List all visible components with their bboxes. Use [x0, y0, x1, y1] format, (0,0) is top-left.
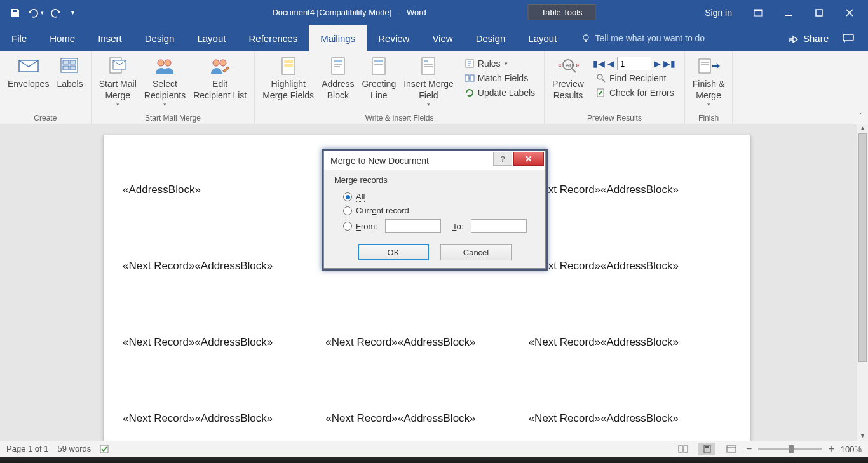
from-input[interactable] [385, 219, 441, 233]
merge-field: «Next Record»«AddressBlock» [123, 336, 325, 349]
envelope-icon [17, 55, 40, 77]
greeting-line-button[interactable]: Greeting Line [358, 54, 400, 102]
tab-mailings[interactable]: Mailings [309, 25, 367, 51]
svg-rect-29 [374, 64, 383, 65]
tab-layout[interactable]: Layout [186, 25, 237, 51]
dialog-help-icon[interactable]: ? [493, 152, 512, 166]
undo-icon[interactable]: ▾ [27, 4, 44, 22]
edit-recipient-list-button[interactable]: Edit Recipient List [189, 54, 250, 102]
print-layout-icon[interactable] [698, 443, 715, 455]
svg-rect-19 [223, 67, 229, 72]
dialog-close-icon[interactable]: ✕ [513, 152, 544, 166]
match-fields-icon [464, 72, 475, 84]
qat-customize-icon[interactable]: ▾ [67, 4, 78, 22]
svg-rect-49 [704, 445, 710, 453]
preview-results-button[interactable]: «ABC» Preview Results [548, 54, 588, 102]
ribbon-display-options-icon[interactable] [743, 4, 773, 22]
tab-design[interactable]: Design [133, 25, 186, 51]
spelling-icon[interactable] [100, 444, 111, 454]
share-button[interactable]: Share [788, 33, 829, 44]
svg-rect-2 [785, 15, 792, 16]
svg-rect-26 [334, 66, 340, 67]
sign-in-link[interactable]: Sign in [705, 8, 732, 18]
address-block-icon [327, 55, 349, 77]
highlight-merge-fields-button[interactable]: Highlight Merge Fields [259, 54, 318, 102]
tell-me-search[interactable]: Tell me what you want to do [568, 25, 705, 51]
svg-rect-31 [424, 60, 428, 62]
save-icon[interactable] [6, 4, 24, 22]
radio-icon[interactable] [343, 222, 352, 231]
tab-review[interactable]: Review [367, 25, 421, 51]
collapse-ribbon-icon[interactable]: ˆ [859, 112, 862, 121]
start-mail-merge-button[interactable]: Start Mail Merge▾ [95, 54, 140, 110]
quick-access-toolbar: ▾ ▾ [0, 4, 78, 22]
svg-rect-46 [100, 445, 108, 453]
search-icon [595, 72, 607, 84]
scrollbar-thumb[interactable] [858, 133, 867, 362]
web-layout-icon[interactable] [722, 443, 740, 455]
find-recipient-button[interactable]: Find Recipient [593, 71, 677, 85]
svg-point-4 [583, 35, 588, 40]
svg-rect-32 [424, 64, 433, 65]
zoom-out-icon[interactable]: − [746, 443, 752, 455]
radio-from-to[interactable]: From: To: [334, 217, 535, 235]
redo-icon[interactable] [47, 4, 65, 22]
status-page[interactable]: Page 1 of 1 [6, 444, 49, 454]
match-fields-button[interactable]: Match Fields [461, 71, 538, 85]
svg-rect-21 [284, 60, 293, 63]
next-record-icon[interactable]: ▶ [654, 58, 661, 69]
ribbon-group-create: Envelopes Labels Create [0, 51, 92, 124]
close-icon[interactable] [835, 4, 864, 22]
insert-merge-field-button[interactable]: Insert Merge Field▾ [400, 54, 458, 110]
svg-rect-47 [679, 446, 682, 452]
minimize-icon[interactable] [774, 4, 803, 22]
first-record-icon[interactable]: ▮◀ [593, 58, 605, 69]
to-input[interactable] [471, 219, 527, 233]
tab-insert[interactable]: Insert [86, 25, 133, 51]
finish-merge-button[interactable]: Finish & Merge▾ [689, 54, 729, 110]
prev-record-icon[interactable]: ◀ [607, 58, 614, 69]
zoom-level[interactable]: 100% [841, 445, 862, 454]
merge-field: «Next Record»«AddressBlock» [529, 336, 731, 349]
radio-icon[interactable] [343, 192, 352, 201]
zoom-slider[interactable] [758, 448, 822, 450]
ribbon-group-write-insert: Highlight Merge Fields Address Block Gre… [255, 51, 545, 124]
tab-home[interactable]: Home [38, 25, 86, 51]
ribbon-group-start-mail-merge: Start Mail Merge▾ Select Recipients▾ Edi… [92, 51, 255, 124]
record-index-input[interactable] [617, 57, 651, 70]
comments-icon[interactable] [843, 33, 854, 43]
check-errors-button[interactable]: Check for Errors [593, 86, 677, 100]
svg-rect-3 [816, 10, 822, 16]
select-recipients-button[interactable]: Select Recipients▾ [140, 54, 189, 110]
read-mode-icon[interactable] [674, 443, 691, 455]
radio-icon[interactable] [343, 206, 352, 215]
tab-table-design[interactable]: Design [465, 25, 517, 51]
svg-rect-11 [63, 66, 69, 70]
status-words[interactable]: 59 words [58, 444, 92, 454]
scroll-down-icon[interactable]: ▼ [857, 432, 868, 441]
tab-references[interactable]: References [237, 25, 309, 51]
radio-current-record[interactable]: Current record [334, 204, 535, 217]
labels-button[interactable]: Labels [53, 54, 86, 91]
svg-text:«: « [558, 62, 562, 69]
tab-file[interactable]: File [0, 25, 38, 51]
zoom-in-icon[interactable]: + [828, 443, 834, 455]
vertical-scrollbar[interactable]: ▲ ▼ [857, 124, 868, 441]
envelopes-button[interactable]: Envelopes [4, 54, 53, 91]
svg-rect-33 [424, 66, 433, 67]
radio-all[interactable]: All [334, 190, 535, 204]
zoom-slider-knob[interactable] [789, 445, 794, 453]
maximize-icon[interactable] [804, 4, 834, 22]
record-navigation: ▮◀ ◀ ▶ ▶▮ [593, 57, 677, 70]
address-block-button[interactable]: Address Block [318, 54, 358, 102]
ok-button[interactable]: OK [358, 244, 429, 260]
ribbon-group-finish: Finish & Merge▾ Finish [685, 51, 733, 124]
tab-view[interactable]: View [421, 25, 464, 51]
tab-table-layout[interactable]: Layout [517, 25, 568, 51]
scroll-up-icon[interactable]: ▲ [857, 124, 868, 133]
last-record-icon[interactable]: ▶▮ [663, 58, 675, 69]
rules-button[interactable]: Rules▾ [461, 57, 538, 70]
update-labels-button[interactable]: Update Labels [461, 86, 538, 100]
cancel-button[interactable]: Cancel [440, 244, 512, 260]
svg-rect-27 [372, 58, 385, 74]
